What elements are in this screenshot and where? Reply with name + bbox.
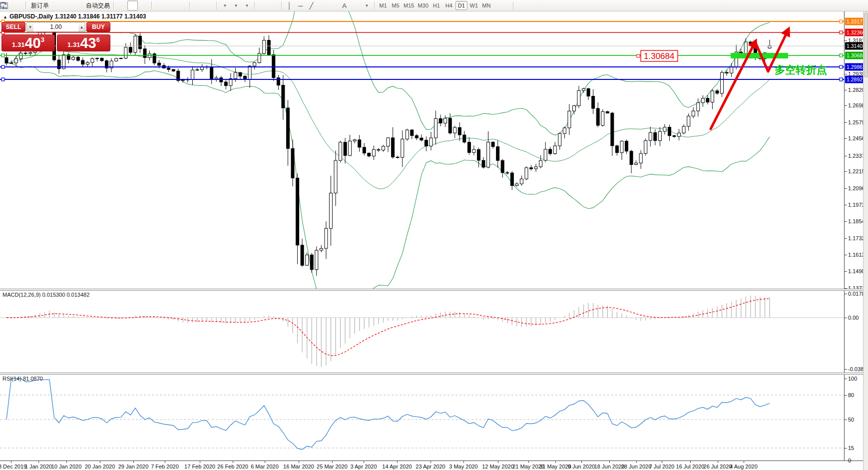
volume-increase-button[interactable]: ▲: [78, 22, 85, 31]
zoom-out-button[interactable]: [165, 0, 176, 10]
cursor-button[interactable]: [257, 0, 268, 10]
time-tick-mark: [100, 461, 100, 463]
community-button[interactable]: [61, 0, 72, 10]
arrows-button[interactable]: ▼: [361, 0, 372, 10]
svg-text:多空转折点: 多空转折点: [775, 64, 827, 76]
axis-tick-mark: [845, 90, 847, 90]
rsi-panel[interactable]: [0, 375, 844, 461]
axis-tick-mark: [845, 188, 847, 189]
buy-price-small: 1.31: [67, 40, 80, 50]
autotrading-button[interactable]: 自动交易: [83, 0, 111, 10]
timeframe-h4[interactable]: H4: [443, 1, 455, 10]
macd-panel[interactable]: [0, 291, 844, 373]
date-label: 9 Jun 2020: [568, 464, 595, 470]
collapse-icon[interactable]: ▲: [3, 14, 7, 19]
timeframe-m5[interactable]: M5: [390, 1, 402, 10]
time-tick-mark: [364, 461, 364, 463]
signals-button[interactable]: [72, 0, 83, 10]
auto-scroll-button[interactable]: [192, 0, 203, 10]
chart-shift-button[interactable]: [203, 0, 214, 10]
time-tick-mark: [528, 461, 529, 463]
date-label: 29 Jan 2020: [118, 464, 149, 470]
symbol-name: GBPUSD-,Daily: [9, 13, 53, 20]
clock-button[interactable]: ▼: [230, 0, 241, 10]
time-tick-mark: [718, 461, 718, 463]
rsi-axis-label: 80: [848, 392, 854, 398]
time-tick-mark: [200, 461, 200, 463]
axis-tick-mark: [845, 156, 847, 156]
date-label: 25 Mar 2020: [317, 464, 348, 470]
trendline-button[interactable]: ╱: [306, 0, 317, 10]
time-axis[interactable]: 23 Dec 20191 Jan 202010 Jan 202020 Jan 2…: [0, 461, 868, 470]
time-tick-mark: [265, 461, 265, 463]
fibonacci-button[interactable]: F: [328, 0, 339, 10]
timeframe-m30[interactable]: M30: [416, 1, 430, 10]
macd-axis-label: 0.00: [848, 315, 859, 321]
label-button[interactable]: T: [350, 0, 361, 10]
axis-tick-mark: [845, 122, 847, 123]
date-label: 4 Aug 2020: [730, 464, 758, 470]
text-button[interactable]: A: [339, 0, 350, 10]
timeframe-m15[interactable]: M15: [402, 1, 416, 10]
volume-decrease-button[interactable]: ▼: [27, 22, 33, 31]
crosshair-button[interactable]: [268, 0, 279, 10]
search-button[interactable]: [516, 0, 526, 10]
time-tick-mark: [165, 461, 165, 463]
line-chart-button[interactable]: [138, 0, 149, 10]
date-label: 18 Jun 2020: [594, 464, 625, 470]
timeframe-w1[interactable]: W1: [468, 1, 480, 10]
axis-tick-mark: [845, 74, 847, 74]
tile-windows-button[interactable]: [176, 0, 187, 10]
new-chart-button[interactable]: ▼: [219, 0, 230, 10]
chevron-down-icon: ▼: [223, 3, 227, 8]
time-tick-mark: [133, 461, 134, 463]
buy-price-box[interactable]: 1.31436: [57, 34, 110, 51]
timeframe-d1[interactable]: D1: [455, 1, 467, 10]
axis-tick-mark: [845, 461, 847, 461]
axis-tick-mark: [845, 379, 847, 379]
new-order-button[interactable]: 新订单: [28, 0, 50, 10]
sell-button[interactable]: SELL: [1, 22, 25, 32]
time-tick-mark: [581, 461, 582, 463]
axis-tick-mark: [845, 369, 847, 370]
axis-tick-mark: [845, 221, 847, 222]
time-tick-mark: [397, 461, 398, 463]
profiles-button[interactable]: [12, 0, 23, 10]
buy-button[interactable]: BUY: [86, 22, 110, 32]
date-label: 6 Mar 2020: [251, 464, 279, 470]
zoom-in-button[interactable]: [154, 0, 165, 10]
scrollbar-thumb[interactable]: [864, 12, 868, 77]
time-tick-mark: [636, 461, 637, 463]
gold-button[interactable]: [50, 0, 61, 10]
volume-input[interactable]: [33, 22, 78, 31]
vertical-scrollbar[interactable]: [863, 11, 868, 470]
date-label: 23 Apr 2020: [416, 464, 445, 470]
panel-splitter[interactable]: [0, 289, 868, 291]
bars-chart-button[interactable]: [116, 0, 127, 10]
main-price-panel[interactable]: 1.30684多空转折点: [0, 11, 844, 289]
date-label: 12 May 2020: [482, 464, 514, 470]
vertical-line-button[interactable]: │: [284, 0, 295, 10]
template-button[interactable]: ▼: [241, 0, 252, 10]
date-label: 3 May 2020: [449, 464, 477, 470]
panel-splitter[interactable]: [0, 373, 868, 375]
new-order-label: 新订单: [31, 1, 49, 10]
horizontal-line-button[interactable]: ─: [295, 0, 306, 10]
axis-tick-mark: [845, 238, 847, 239]
axis-tick-mark: [845, 318, 847, 318]
price-axis[interactable]: 1.318101.293951.282051.269801.257901.245…: [845, 11, 863, 461]
date-label: 3 Apr 2020: [350, 464, 377, 470]
timeframe-mn[interactable]: MN: [480, 1, 492, 10]
time-tick-mark: [463, 461, 464, 463]
rsi-axis-label: 15: [848, 445, 854, 451]
candlestick-chart-button[interactable]: [127, 0, 138, 10]
axis-tick-mark: [845, 205, 847, 205]
chat-button[interactable]: [527, 0, 537, 10]
sell-price-box[interactable]: 1.31403: [1, 34, 55, 51]
toolbar: 新订单 自动交易 ▼ ▼ ▼ │ ─ ╱ E F A T ▼ M1 M5 M15…: [0, 0, 868, 11]
time-tick-mark: [299, 461, 299, 463]
date-label: 16 Jul 2020: [676, 464, 705, 470]
timeframe-m1[interactable]: M1: [377, 1, 389, 10]
timeframe-h1[interactable]: H1: [431, 1, 442, 10]
channel-button[interactable]: E: [317, 0, 328, 10]
